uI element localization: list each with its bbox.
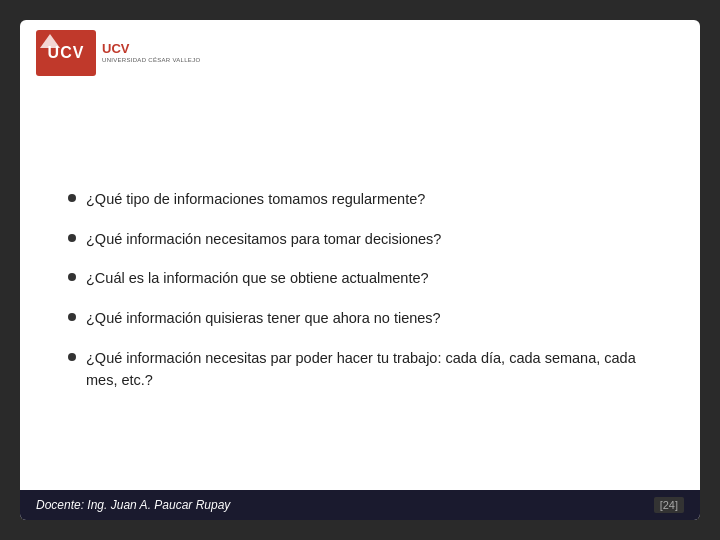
bullet-dot-4 [68,313,76,321]
slide-header: UCV UCV UNIVERSIDAD CÉSAR VALLEJO [20,20,700,86]
bullet-dot-1 [68,194,76,202]
bullet-item-2: ¿Qué información necesitamos para tomar … [68,229,652,251]
slide-content: ¿Qué tipo de informaciones tomamos regul… [20,86,700,490]
logo-triangle-icon [40,34,60,48]
bullet-dot-3 [68,273,76,281]
bullet-list: ¿Qué tipo de informaciones tomamos regul… [68,189,652,392]
logo-container: UCV UCV UNIVERSIDAD CÉSAR VALLEJO [36,30,200,76]
logo-text-side: UCV UNIVERSIDAD CÉSAR VALLEJO [102,41,200,64]
instructor-label: Docente: Ing. Juan A. Paucar Rupay [36,498,230,512]
page-number: [24] [654,497,684,513]
bullet-item-4: ¿Qué información quisieras tener que aho… [68,308,652,330]
bullet-text-2: ¿Qué información necesitamos para tomar … [86,229,652,251]
bullet-text-1: ¿Qué tipo de informaciones tomamos regul… [86,189,652,211]
bullet-text-5: ¿Qué información necesitas par poder hac… [86,348,652,392]
bullet-dot-2 [68,234,76,242]
bullet-item-5: ¿Qué información necesitas par poder hac… [68,348,652,392]
bullet-dot-5 [68,353,76,361]
bullet-item-1: ¿Qué tipo de informaciones tomamos regul… [68,189,652,211]
bullet-item-3: ¿Cuál es la información que se obtiene a… [68,268,652,290]
logo-box: UCV [36,30,96,76]
bullet-text-3: ¿Cuál es la información que se obtiene a… [86,268,652,290]
logo-subtitle: UNIVERSIDAD CÉSAR VALLEJO [102,56,200,64]
slide: UCV UCV UNIVERSIDAD CÉSAR VALLEJO ¿Qué t… [20,20,700,520]
bullet-text-4: ¿Qué información quisieras tener que aho… [86,308,652,330]
slide-footer: Docente: Ing. Juan A. Paucar Rupay [24] [20,490,700,520]
logo-name: UCV [102,41,200,56]
